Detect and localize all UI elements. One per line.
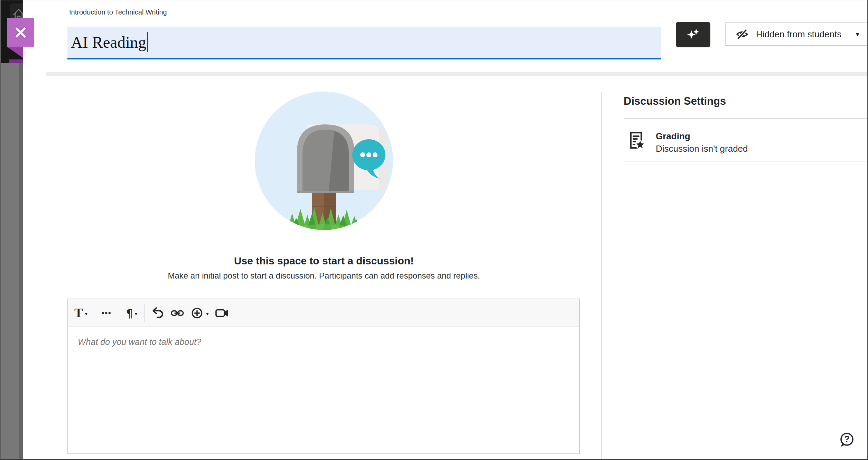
add-content-button[interactable]: ▾	[187, 303, 212, 323]
course-breadcrumb: Introduction to Technical Writing	[69, 8, 167, 16]
svg-text:?: ?	[844, 434, 849, 444]
close-panel-button[interactable]	[7, 18, 34, 47]
x-icon	[11, 23, 30, 42]
discussion-settings-panel: Discussion Settings Grading Discussion i…	[602, 76, 868, 460]
more-options-icon: •••	[102, 309, 112, 318]
dimmed-backdrop	[0, 0, 23, 460]
undo-icon	[151, 306, 165, 320]
toolbar-separator	[119, 304, 119, 322]
text-cursor	[147, 32, 148, 52]
link-icon	[170, 306, 185, 320]
ai-generate-button[interactable]	[676, 22, 710, 47]
grading-status: Discussion isn't graded	[656, 143, 748, 154]
discussion-editor-panel: Introduction to Technical Writing AI Rea…	[23, 0, 868, 460]
grading-setting-row[interactable]: Grading Discussion isn't graded	[624, 130, 868, 158]
visibility-dropdown[interactable]: Hidden from students ▾	[725, 22, 868, 46]
discussion-title-input[interactable]: AI Reading	[67, 27, 661, 59]
help-button[interactable]: ?	[838, 431, 856, 449]
chevron-down-icon: ▾	[206, 311, 209, 317]
chevron-down-icon: ▾	[85, 311, 88, 317]
empty-state-subtitle: Make an initial post to start a discussi…	[46, 271, 601, 281]
chevron-down-icon: ▾	[856, 30, 859, 38]
grading-label: Grading	[656, 130, 690, 142]
toolbar-separator	[94, 304, 94, 322]
text-style-icon: T	[74, 307, 83, 319]
undo-button[interactable]	[148, 303, 167, 323]
settings-divider	[624, 161, 868, 161]
help-question-bubble-icon: ?	[838, 431, 856, 449]
video-camera-icon	[214, 306, 230, 320]
visibility-label: Hidden from students	[756, 29, 841, 40]
editor-placeholder: What do you want to talk about?	[78, 337, 201, 347]
toolbar-separator	[144, 304, 144, 322]
settings-panel-title: Discussion Settings	[624, 95, 726, 107]
eye-slash-icon	[735, 27, 750, 42]
sparkles-icon	[685, 27, 701, 42]
close-ribbon-strip	[9, 59, 23, 63]
settings-divider	[624, 118, 868, 119]
paragraph-style-button[interactable]: ¶ ▾	[123, 303, 141, 323]
editor-text-area[interactable]: What do you want to talk about?	[68, 327, 579, 453]
empty-state-heading: Use this space to start a discussion!	[46, 255, 601, 267]
insert-link-button[interactable]	[167, 303, 187, 323]
backdrop-shadow	[19, 63, 23, 460]
header-divider-band	[46, 72, 868, 76]
rich-text-editor: T ▾ ••• ¶ ▾	[67, 299, 580, 454]
plus-circle-icon	[190, 306, 204, 320]
more-options-button[interactable]: •••	[97, 303, 115, 323]
text-style-button[interactable]: T ▾	[72, 303, 90, 323]
mailbox-illustration	[255, 92, 393, 230]
record-video-button[interactable]	[212, 303, 232, 323]
paragraph-icon: ¶	[126, 307, 132, 319]
editor-toolbar: T ▾ ••• ¶ ▾	[68, 299, 579, 327]
graded-document-icon	[629, 132, 646, 150]
discussion-title-value: AI Reading	[71, 27, 146, 58]
chevron-down-icon: ▾	[135, 311, 138, 317]
